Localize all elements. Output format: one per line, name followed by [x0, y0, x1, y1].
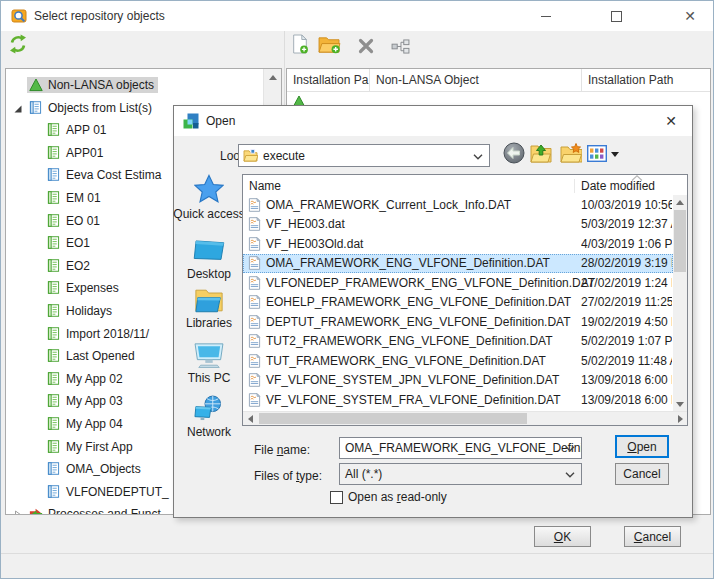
sidebar-item-quick-access[interactable]: Quick access — [180, 174, 238, 221]
tree-item[interactable]: Non-LANSA objects — [6, 75, 264, 98]
look-in-value: execute — [263, 149, 305, 163]
dat-file-icon — [248, 237, 261, 251]
view-menu-arrow-icon[interactable] — [611, 152, 619, 157]
back-button[interactable] — [503, 142, 525, 164]
file-row[interactable]: VF_HE003.dat5/03/2019 12:37 A... — [243, 215, 673, 235]
tree-item-label: My App 04 — [66, 417, 123, 431]
view-menu-button[interactable] — [587, 145, 607, 162]
scrollbar-thumb[interactable] — [674, 210, 686, 272]
scroll-up-icon[interactable] — [264, 69, 281, 86]
list-green-icon — [47, 327, 61, 341]
dialog-close-button[interactable]: ✕ — [661, 112, 681, 130]
file-date-modified: 5/02/2019 11:48 A... — [581, 354, 672, 368]
minimize-button[interactable] — [534, 6, 558, 26]
files-of-type-dropdown[interactable]: All (*.*) — [339, 463, 582, 485]
sidebar-item-network[interactable]: Network — [180, 395, 238, 439]
file-row[interactable]: TUT_FRAMEWORK_ENG_VLFONE_Definition.DAT5… — [243, 351, 673, 371]
places-sidebar: Quick accessDesktopLibrariesThis PCNetwo… — [180, 170, 238, 460]
file-date-modified: 5/03/2019 12:37 A... — [581, 217, 672, 231]
dat-file-icon — [248, 334, 261, 348]
collapse-icon[interactable] — [13, 104, 23, 114]
file-name-value: OMA_FRAMEWORK_ENG_VLFONE_Definitio — [345, 441, 582, 455]
ok-button[interactable]: OK — [534, 526, 591, 547]
file-date-modified: 28/02/2019 3:19 P... — [581, 256, 672, 270]
add-folder-button[interactable] — [318, 35, 341, 54]
browse-structure-button[interactable] — [391, 39, 410, 54]
tree-item-label: Last Opened — [66, 349, 135, 363]
file-row[interactable]: OMA_FRAMEWORK_ENG_VLFONE_Definition.DAT2… — [243, 254, 673, 274]
sidebar-item-this-pc[interactable]: This PC — [180, 342, 238, 385]
file-row[interactable]: EOHELP_FRAMEWORK_ENG_VLFONE_Definition.D… — [243, 293, 673, 313]
file-date-modified: 19/02/2019 4:50 P... — [581, 315, 672, 329]
scroll-up-icon[interactable] — [673, 195, 687, 209]
file-name: VF_HE003Old.dat — [266, 237, 363, 251]
refresh-button[interactable] — [8, 34, 28, 54]
file-date-modified: 27/02/2019 1:24 P... — [581, 276, 672, 290]
list-blue-icon — [47, 168, 61, 182]
file-row[interactable]: TUT2_FRAMEWORK_ENG_VLFONE_Definition.DAT… — [243, 332, 673, 352]
tree-item-label: Expenses — [66, 281, 119, 295]
tree-item-label: Processes and Funct — [48, 507, 161, 514]
expand-icon[interactable] — [13, 510, 23, 514]
read-only-checkbox[interactable] — [330, 491, 343, 504]
file-row[interactable]: OMA_FRAMEWORK_Current_Lock_Info.DAT10/03… — [243, 195, 673, 215]
column-header-date-modified[interactable]: Date modified — [574, 179, 655, 193]
sidebar-item-libraries[interactable]: Libraries — [180, 288, 238, 330]
file-row[interactable]: VF_VLFONE_SYSTEM_FRA_VLFONE_Definition.D… — [243, 390, 673, 410]
dialog-cancel-button[interactable]: Cancel — [615, 463, 669, 485]
dat-file-icon — [248, 393, 261, 407]
list-blue-icon — [47, 485, 61, 499]
scrollbar-thumb[interactable] — [259, 413, 527, 424]
list-green-icon — [47, 191, 61, 205]
sidebar-item-desktop[interactable]: Desktop — [180, 240, 238, 281]
column-header-name[interactable]: Name — [249, 179, 281, 193]
tree-item-label: EO 01 — [66, 214, 100, 228]
delete-button[interactable] — [358, 38, 374, 54]
file-name: VLFONEDEP_FRAMEWORK_ENG_VLFONE_Definitio… — [266, 276, 595, 290]
list-header: Installation Pa... Non-LANSA Object Inst… — [287, 69, 710, 92]
sidebar-item-label: Desktop — [187, 267, 231, 281]
maximize-button[interactable] — [604, 6, 628, 26]
file-row[interactable]: VLFONEDEP_FRAMEWORK_ENG_VLFONE_Definitio… — [243, 273, 673, 293]
list-green-icon — [47, 281, 61, 295]
list-green-icon — [47, 236, 61, 250]
tree-item-label: EO1 — [66, 236, 90, 250]
status-divider — [1, 553, 713, 554]
column-header-non-lansa-object[interactable]: Non-LANSA Object — [370, 69, 582, 91]
file-row[interactable]: DEPTUT_FRAMEWORK_ENG_VLFONE_Definition.D… — [243, 312, 673, 332]
window-title: Select repository objects — [34, 9, 165, 23]
column-header-installation-parameters[interactable]: Installation Pa... — [287, 69, 370, 91]
triangle-green-icon — [29, 78, 43, 92]
tree-item-label: My App 02 — [66, 372, 123, 386]
file-name-label: File name: — [254, 443, 310, 457]
list-green-icon — [47, 349, 61, 363]
quick-access-icon — [194, 174, 224, 204]
tree-item-label: Import 2018/11/ — [66, 327, 149, 341]
chevron-down-icon[interactable] — [565, 446, 575, 452]
scroll-right-icon[interactable] — [673, 412, 687, 425]
new-object-button[interactable] — [291, 34, 309, 54]
column-header-installation-path[interactable]: Installation Path — [582, 69, 710, 91]
list-green-icon — [47, 440, 61, 454]
list-green-icon — [47, 146, 61, 160]
close-button[interactable]: ✕ — [678, 6, 702, 26]
file-row[interactable]: VF_HE003Old.dat4/03/2019 1:06 PM... — [243, 234, 673, 254]
open-button[interactable]: Open — [615, 435, 669, 458]
file-row[interactable]: VF_VLFONE_SYSTEM_JPN_VLFONE_Definition.D… — [243, 371, 673, 391]
list-green-icon — [47, 259, 61, 273]
list-blue-icon — [29, 101, 43, 115]
dat-file-icon — [248, 354, 261, 368]
select-repository-objects-window: Select repository objects ✕ Non-LANSA ob… — [0, 0, 714, 579]
chevron-down-icon — [473, 154, 483, 160]
scroll-left-icon[interactable] — [243, 412, 257, 425]
this-pc-icon — [193, 342, 225, 368]
look-in-dropdown[interactable]: execute — [238, 144, 490, 167]
file-date-modified: 5/02/2019 1:07 PM... — [581, 334, 672, 348]
scroll-down-icon[interactable] — [673, 397, 687, 411]
file-name-input[interactable]: OMA_FRAMEWORK_ENG_VLFONE_Definitio — [339, 437, 582, 459]
create-new-folder-button[interactable] — [560, 143, 582, 163]
cancel-button[interactable]: Cancel — [624, 526, 681, 547]
file-list-horizontal-scrollbar[interactable] — [243, 411, 687, 425]
file-list-vertical-scrollbar[interactable] — [673, 195, 687, 411]
up-one-level-button[interactable] — [530, 143, 552, 163]
